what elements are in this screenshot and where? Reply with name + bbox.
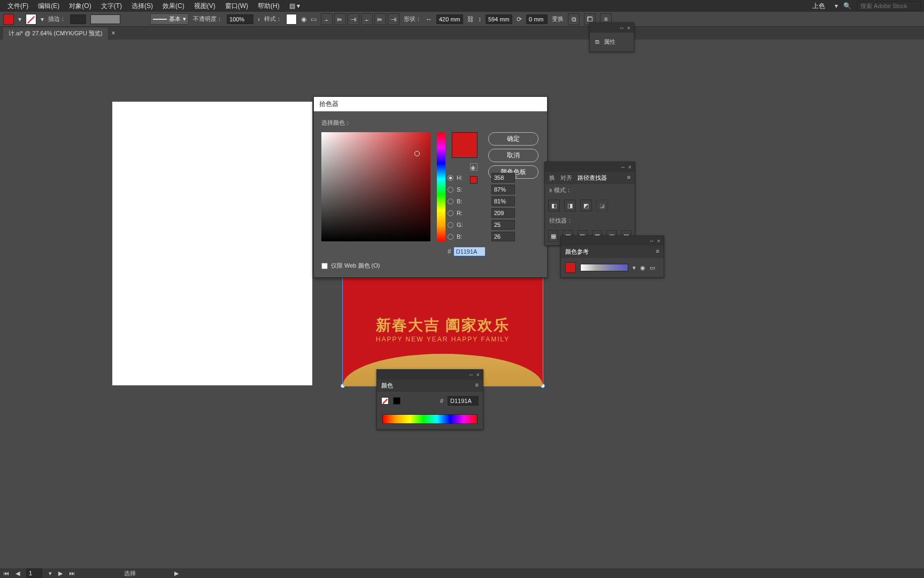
radio-b[interactable]	[448, 199, 453, 204]
document-tab[interactable]: 计.ai* @ 27.64% (CMYK/GPU 预览)	[3, 27, 109, 40]
none-swatch[interactable]	[381, 397, 389, 405]
menu-effect[interactable]: 效果(C)	[158, 1, 189, 12]
align-center-icon[interactable]: ⫢	[334, 13, 346, 25]
menu-view[interactable]: 视图(V)	[190, 1, 220, 12]
color-tab[interactable]: 颜色	[381, 382, 393, 390]
minus-front-icon[interactable]: ◨	[564, 200, 576, 211]
menu-file[interactable]: 文件(F)	[3, 1, 33, 12]
hue-slider[interactable]	[437, 132, 445, 241]
menu-edit[interactable]: 编辑(E)	[34, 1, 64, 12]
menu-select[interactable]: 选择(S)	[127, 1, 157, 12]
artboard-1[interactable]	[112, 102, 312, 385]
bb-input[interactable]	[491, 232, 515, 241]
stroke-width-input[interactable]	[70, 14, 86, 24]
stroke-swatch[interactable]	[26, 14, 36, 25]
black-swatch[interactable]	[393, 397, 401, 405]
prev-page-icon[interactable]: ◀	[16, 570, 20, 577]
brush-style-select[interactable]: 基本 ▾	[150, 13, 189, 25]
color-hex-input[interactable]	[448, 396, 479, 406]
base-color-swatch[interactable]	[565, 262, 576, 273]
globe-icon[interactable]: ◉	[301, 16, 306, 23]
menu-topright-color[interactable]: 上色	[808, 1, 829, 12]
s-input[interactable]	[491, 185, 515, 194]
exclude-icon[interactable]: ◪	[596, 200, 608, 211]
g-input[interactable]	[491, 220, 515, 230]
intersect-icon[interactable]: ◩	[580, 200, 592, 211]
collapse-icon[interactable]: ↔	[649, 238, 655, 244]
close-icon[interactable]: ×	[657, 238, 660, 244]
spectrum-bar[interactable]	[382, 414, 478, 424]
h-input[interactable]	[491, 173, 515, 182]
chevron-down-icon[interactable]: ▾	[633, 264, 636, 271]
align-left-icon[interactable]: ⫠	[321, 13, 333, 25]
chevron-right-icon[interactable]: ›	[258, 16, 260, 23]
align-panel[interactable]: ↔× 换 对齐 路径查找器 ≡ x 模式： ◧ ◨ ◩ ◪ 径找器： ▦ ▧ ▨…	[544, 162, 635, 246]
divide-icon[interactable]: ▦	[548, 230, 558, 242]
chevron-down-icon[interactable]: ▾	[18, 16, 21, 23]
next-page-icon[interactable]: ▶	[58, 570, 63, 577]
tab-align[interactable]: 对齐	[560, 174, 572, 182]
radio-g[interactable]	[448, 222, 453, 228]
page-input[interactable]	[26, 568, 42, 578]
menu-text[interactable]: 文字(T)	[97, 1, 126, 12]
folder-icon[interactable]: ▭	[650, 264, 655, 271]
height-input[interactable]	[486, 14, 512, 24]
panel-menu-icon[interactable]: ≡	[475, 382, 479, 390]
radio-r[interactable]	[448, 210, 453, 216]
ok-button[interactable]: 确定	[488, 132, 538, 146]
first-page-icon[interactable]: ⏮	[3, 570, 9, 576]
r-input[interactable]	[491, 208, 515, 218]
hex-input[interactable]	[453, 247, 486, 256]
link-icon[interactable]: ⛓	[467, 16, 474, 23]
color-guide-tab[interactable]: 颜色参考	[565, 248, 589, 256]
last-page-icon[interactable]: ⏭	[69, 570, 75, 576]
collapse-icon[interactable]: ↔	[619, 25, 625, 31]
radio-s[interactable]	[448, 187, 453, 193]
saturation-value-box[interactable]	[321, 132, 430, 241]
bri-input[interactable]	[491, 196, 515, 206]
dialog-title[interactable]: 拾色器	[314, 97, 547, 111]
attributes-panel[interactable]: ↔× ⧉属性	[589, 22, 634, 52]
align-mid-icon[interactable]: ⫢	[374, 13, 386, 25]
menu-window[interactable]: 窗口(W)	[221, 1, 252, 12]
tab-transform[interactable]: 换	[549, 174, 555, 182]
align-bot-icon[interactable]: ⫣	[388, 13, 399, 25]
align-top-icon[interactable]: ⫠	[361, 13, 373, 25]
attributes-tab[interactable]: 属性	[604, 38, 615, 46]
harmony-gradient[interactable]	[580, 264, 628, 271]
chevron-down-icon[interactable]: ▾	[835, 2, 838, 10]
align-right-icon[interactable]: ⫣	[348, 13, 359, 25]
unite-icon[interactable]: ◧	[548, 200, 560, 211]
corner-input[interactable]	[526, 14, 548, 24]
extra-icon-1[interactable]: ⧉	[568, 13, 580, 25]
close-icon[interactable]: ×	[628, 164, 632, 170]
transform-label[interactable]: 变换	[552, 15, 564, 23]
chevron-down-icon[interactable]: ▾	[41, 16, 44, 23]
close-icon[interactable]: ×	[627, 25, 630, 31]
panel-menu-icon[interactable]: ≡	[627, 174, 630, 182]
web-only-checkbox[interactable]	[321, 263, 328, 269]
stroke-profile[interactable]	[90, 14, 120, 24]
chevron-right-icon[interactable]: ▶	[174, 570, 179, 577]
color-guide-panel[interactable]: ↔× 颜色参考≡ ▾ ◉ ▭	[560, 235, 664, 278]
menu-help[interactable]: 帮助(H)	[253, 1, 284, 12]
close-icon[interactable]: ×	[476, 371, 480, 378]
chevron-down-icon[interactable]: ▾	[49, 570, 52, 577]
doc-setup-icon[interactable]: ▭	[311, 16, 317, 23]
color-panel[interactable]: ↔× 颜色≡ #	[376, 369, 483, 430]
cube-icon[interactable]: ◈	[470, 163, 478, 171]
menu-layout-icon[interactable]: ▤ ▾	[285, 1, 304, 11]
menu-object[interactable]: 对象(O)	[65, 1, 95, 12]
search-input[interactable]	[857, 1, 921, 11]
color-wheel-icon[interactable]: ◉	[640, 264, 645, 271]
width-input[interactable]	[436, 14, 463, 24]
collapse-icon[interactable]: ↔	[468, 371, 474, 378]
radio-bb[interactable]	[448, 234, 453, 240]
tab-pathfinder[interactable]: 路径查找器	[578, 174, 607, 182]
style-swatch[interactable]	[286, 14, 297, 25]
close-icon[interactable]: ×	[109, 29, 119, 37]
fill-swatch[interactable]	[3, 14, 14, 25]
opacity-value[interactable]: 100%	[227, 14, 253, 24]
panel-menu-icon[interactable]: ≡	[656, 248, 659, 256]
collapse-icon[interactable]: ↔	[620, 164, 626, 170]
